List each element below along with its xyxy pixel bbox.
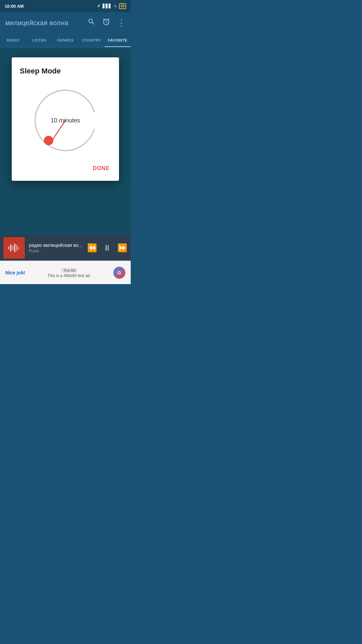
rewind-button[interactable]: ⏪ (87, 243, 97, 253)
search-icon[interactable] (87, 18, 96, 28)
tab-genres[interactable]: GENRES (52, 34, 78, 47)
waveform-icon (8, 243, 20, 253)
battery-icon: 69 (119, 3, 126, 9)
done-button[interactable]: DONE (92, 163, 111, 174)
ad-banner: Nice job! Test Ad This is a 468x60 test … (0, 261, 131, 284)
tab-favorite[interactable]: FAVORITE (105, 34, 131, 47)
signal-icon: ▋▋▋ (103, 4, 112, 8)
svg-rect-8 (18, 247, 19, 250)
more-options-icon[interactable]: ⋮ (117, 18, 125, 27)
ad-content: Test Ad This is a 468x60 test ad. (31, 267, 108, 278)
station-info: радио милицейская во... Rusia (29, 243, 83, 253)
playback-controls: ⏪ ⏸ ⏩ (87, 243, 127, 253)
bluetooth-icon: ✗ (97, 4, 101, 8)
ad-description: This is a 468x60 test ad. (31, 273, 108, 278)
tabs-container: RADIO LISTEN GENRES COUNTRY FAVORITE (0, 34, 131, 47)
wifi-icon: ∿ (114, 4, 117, 8)
done-button-container: DONE (20, 163, 111, 174)
sleep-mode-dialog: Sleep Mode 10 minutes DONE (12, 57, 119, 181)
ad-tag-label: Test Ad (61, 268, 77, 273)
status-bar: 10:00 AM ✗ ▋▋▋ ∿ 69 (0, 0, 131, 12)
station-name: радио милицейская во... (29, 243, 83, 248)
pause-button[interactable]: ⏸ (103, 243, 111, 253)
tab-listen[interactable]: LISTEN (26, 34, 52, 47)
ad-logo: G (113, 267, 125, 279)
now-playing-bar: радио милицейская во... Rusia ⏪ ⏸ ⏩ (0, 235, 131, 261)
sleep-mode-title: Sleep Mode (20, 67, 111, 75)
header-actions: ⋮ (87, 18, 125, 28)
svg-rect-5 (12, 246, 13, 250)
station-location: Rusia (29, 249, 83, 253)
svg-rect-7 (16, 245, 17, 251)
app-title: милицейская волна (5, 19, 68, 27)
svg-rect-4 (10, 244, 11, 252)
fast-forward-button[interactable]: ⏩ (117, 243, 127, 253)
timer-display: 10 minutes (51, 117, 80, 124)
svg-point-2 (44, 136, 53, 145)
tab-country[interactable]: COUNTRY (78, 34, 105, 47)
alarm-icon[interactable] (102, 18, 110, 28)
app-header: милицейская волна ⋮ (0, 12, 131, 34)
svg-rect-3 (8, 246, 9, 250)
station-artwork (3, 237, 25, 259)
tab-radio[interactable]: RADIO (0, 34, 26, 47)
main-content: Sleep Mode 10 minutes DONE (0, 47, 131, 235)
status-icons: ✗ ▋▋▋ ∿ 69 (97, 3, 126, 9)
status-time: 10:00 AM (5, 4, 24, 9)
sleep-timer-dial[interactable]: 10 minutes (28, 84, 102, 157)
svg-rect-6 (14, 244, 15, 252)
ad-nice-job-text: Nice job! (5, 270, 25, 275)
